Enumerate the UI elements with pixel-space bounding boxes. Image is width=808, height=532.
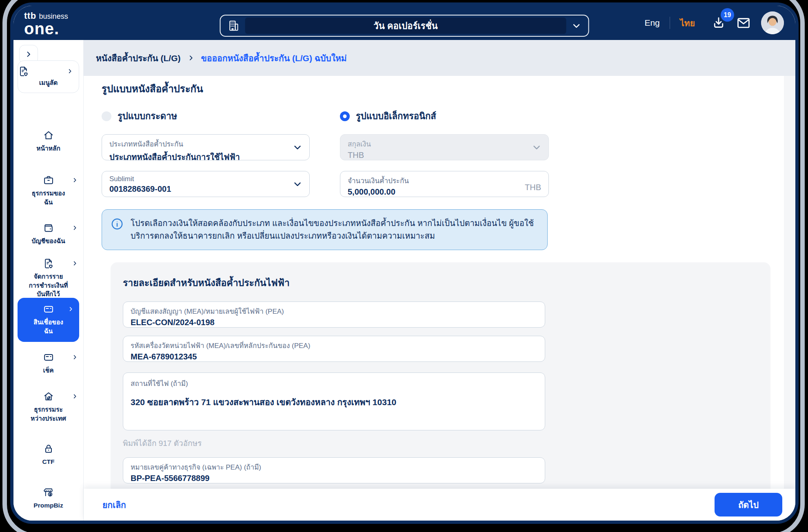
lg-type-dropdown[interactable]: ประเภทหนังสือค้ำประกัน ประเภทหนังสือค้ำป… (102, 134, 310, 160)
sidebar-item-my-loans[interactable]: สินเชื่อของ ฉัน (18, 298, 79, 342)
sidebar-item-cheque[interactable]: เช็ค (13, 352, 83, 375)
sidebar-item-label: จัดการราย การชำระเงินที่ บันทึกไว้ (13, 272, 83, 299)
main-content: รูปแบบหนังสือค้ำประกัน รูปแบบกระดาษ รูปแ… (84, 76, 795, 489)
chevron-right-icon (187, 54, 195, 62)
mail-button[interactable] (736, 15, 751, 31)
card-icon (43, 352, 54, 363)
currency-label: สกุลเงิน (348, 138, 541, 149)
section-title-lg-format: รูปแบบหนังสือค้ำประกัน (102, 81, 779, 97)
storefront-icon (43, 487, 54, 498)
sidebar-nav: เมนูลัด หน้าหลัก ธุรกรรมของ ฉัน (13, 40, 84, 521)
currency-value: THB (348, 151, 541, 160)
top-header: ttb business one. วัน คอเปอร์เรชั่น Eng (13, 6, 795, 40)
lang-toggle-eng[interactable]: Eng (644, 18, 659, 28)
guarantee-amount-value: 5,000,000.00 (348, 187, 541, 197)
chevron-right-icon (72, 260, 78, 266)
guarantee-amount-field[interactable]: จำนวนเงินค้ำประกัน 5,000,000.00 THB (340, 171, 549, 197)
chevron-down-icon (531, 142, 542, 153)
sidebar-item-label: เช็ค (13, 366, 83, 375)
company-name: วัน คอเปอร์เรชั่น (245, 18, 566, 34)
chevron-down-icon (571, 20, 582, 31)
sublimit-dropdown[interactable]: Sublimit 0018286369-001 (102, 171, 310, 197)
sidebar-item-my-transactions[interactable]: ธุรกรรมของ ฉัน (13, 175, 83, 206)
user-avatar[interactable] (761, 11, 784, 34)
meter-code-field[interactable]: รหัสเครื่องวัดหน่วยไฟฟ้า (MEA)/เลขที่หลั… (123, 336, 545, 362)
chevron-right-icon (72, 393, 78, 399)
home-icon (43, 130, 54, 141)
briefcase-icon (43, 175, 54, 186)
meter-code-label: รหัสเครื่องวัดหน่วยไฟฟ้า (MEA)/เลขที่หลั… (131, 340, 537, 351)
electricity-location-textarea[interactable]: สถานที่ใช้ไฟ (ถ้ามี) 320 ซอยลาดพร้าว 71 … (123, 372, 545, 430)
characters-remaining-helper: พิมพ์ได้อีก 917 ตัวอักษร (123, 437, 770, 449)
company-selector[interactable]: วัน คอเปอร์เรชั่น (220, 15, 589, 37)
building-icon (227, 19, 240, 32)
info-note-box: โปรดเลือกวงเงินให้สอดคล้องกับประเภท และเ… (102, 209, 548, 250)
sublimit-value: 0018286369-001 (109, 184, 302, 194)
chevron-down-icon (292, 142, 303, 153)
sidebar-item-ctf[interactable]: CTF (13, 443, 83, 466)
lang-divider (670, 17, 670, 29)
electricity-details-card: รายละเอียดสำหรับหนังสือค้ำประกันไฟฟ้า บั… (111, 262, 770, 489)
breadcrumb-current: ขอออกหนังสือค้ำประกัน (L/G) ฉบับใหม่ (201, 51, 347, 65)
chevron-right-icon (67, 68, 73, 74)
card-icon (43, 304, 54, 315)
contract-account-value: ELEC-CON/2024-0198 (131, 318, 537, 327)
radio-unselected-icon (102, 111, 111, 121)
app-window: ttb business one. วัน คอเปอร์เรชั่น Eng (10, 2, 799, 524)
business-partner-label: หมายเลขคู่ค้าทางธุรกิจ (เฉพาะ PEA) (ถ้าม… (131, 461, 537, 472)
currency-suffix: THB (525, 183, 541, 192)
ttb-business-one-logo: ttb business one. (24, 11, 68, 36)
lg-type-label: ประเภทหนังสือค้ำประกัน (109, 138, 302, 149)
sidebar-item-label: สินเชื่อของ ฉัน (18, 318, 79, 335)
download-center-button[interactable]: 19 (711, 16, 726, 30)
breadcrumb-parent[interactable]: หนังสือค้ำประกัน (L/G) (96, 51, 181, 65)
sidebar-item-label: บัญชีของฉัน (13, 237, 83, 246)
sidebar-item-promptbiz[interactable]: PrompBiz (13, 487, 83, 510)
breadcrumb: หนังสือค้ำประกัน (L/G) ขอออกหนังสือค้ำปร… (84, 40, 795, 76)
lock-icon (43, 443, 54, 454)
wallet-icon (43, 222, 54, 234)
cancel-button[interactable]: ยกเลิก (102, 498, 126, 512)
sidebar-item-label: CTF (13, 457, 83, 466)
chevron-right-icon (72, 225, 78, 231)
sidebar-item-saved-payments[interactable]: จัดการราย การชำระเงินที่ บันทึกไว้ (13, 258, 83, 299)
action-footer: ยกเลิก ถัดไป (84, 489, 795, 521)
next-button[interactable]: ถัดไป (715, 493, 782, 516)
contract-account-field[interactable]: บัญชีแสดงสัญญา (MEA)/หมายเลขผู้ใช้ไฟฟ้า … (123, 301, 545, 328)
scrollbar-track[interactable] (784, 76, 795, 489)
info-icon (110, 217, 124, 242)
sublimit-label: Sublimit (109, 175, 302, 183)
notification-badge: 19 (721, 8, 734, 22)
sidebar-item-label: ธุรกรรมของ ฉัน (13, 189, 83, 206)
sidebar-item-label: หน้าหลัก (13, 144, 83, 153)
guarantee-amount-label: จำนวนเงินค้ำประกัน (348, 175, 541, 186)
radio-paper-format[interactable]: รูปแบบกระดาษ (102, 109, 177, 123)
electricity-location-value: 320 ซอยลาดพร้าว 71 แขวงสะพานสอง เขตวังทอ… (131, 395, 537, 409)
chevron-right-icon (68, 306, 74, 312)
sidebar-item-label: ธุรกรรมระ หว่างประเทศ (13, 405, 83, 423)
sidebar-item-my-accounts[interactable]: บัญชีของฉัน (13, 222, 83, 246)
info-note-text: โปรดเลือกวงเงินให้สอดคล้องกับประเภท และเ… (131, 217, 537, 242)
chevron-down-icon (292, 179, 303, 189)
business-partner-field[interactable]: หมายเลขคู่ค้าทางธุรกิจ (เฉพาะ PEA) (ถ้าม… (123, 457, 545, 483)
sidebar-item-international[interactable]: ธุรกรรมระ หว่างประเทศ (13, 391, 83, 423)
home-transfer-icon (43, 391, 54, 402)
lang-toggle-thai[interactable]: ไทย (680, 16, 695, 30)
sidebar-item-shortcut-menu[interactable]: เมนูลัด (18, 60, 79, 93)
section-title-electricity-details: รายละเอียดสำหรับหนังสือค้ำประกันไฟฟ้า (123, 275, 770, 290)
logo-one: one. (24, 21, 68, 36)
currency-dropdown: สกุลเงิน THB (340, 134, 549, 160)
radio-electronic-label: รูปแบบอิเล็กทรอนิกส์ (356, 109, 436, 123)
electricity-location-label: สถานที่ใช้ไฟ (ถ้ามี) (131, 378, 537, 389)
sidebar-item-home[interactable]: หน้าหลัก (13, 130, 83, 153)
document-heart-icon (43, 258, 54, 269)
radio-selected-icon (340, 111, 350, 121)
radio-electronic-format[interactable]: รูปแบบอิเล็กทรอนิกส์ (340, 109, 436, 123)
business-partner-value: BP-PEA-5566778899 (131, 474, 537, 483)
chevron-right-icon (72, 354, 78, 360)
sidebar-item-label: PrompBiz (13, 501, 83, 510)
lg-type-value: ประเภทหนังสือค้ำประกันการใช้ไฟฟ้า (109, 151, 302, 164)
sidebar-item-label: เมนูลัด (18, 78, 79, 87)
lg-format-radio-group: รูปแบบกระดาษ รูปแบบอิเล็กทรอนิกส์ (102, 109, 779, 125)
contract-account-label: บัญชีแสดงสัญญา (MEA)/หมายเลขผู้ใช้ไฟฟ้า … (131, 306, 537, 317)
